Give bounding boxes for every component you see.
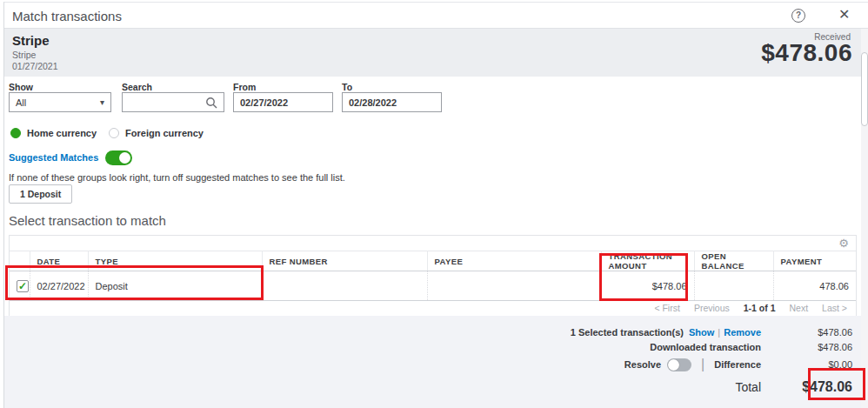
checkbox-cell: ✓ xyxy=(10,271,30,301)
downloaded-transaction-label: Downloaded transaction xyxy=(650,342,761,352)
from-date-box xyxy=(233,92,333,112)
date-cell: 02/27/2022 xyxy=(30,271,88,301)
search-box xyxy=(122,92,224,112)
pagination: < First Previous 1-1 of 1 Next Last > xyxy=(10,299,847,316)
difference-amount: $0.00 xyxy=(761,359,852,370)
foreign-currency-label: Foreign currency xyxy=(125,128,204,138)
received-amount: $478.06 xyxy=(761,39,852,67)
pagination-next[interactable]: Next xyxy=(790,303,809,313)
suggested-matches-label[interactable]: Suggested Matches xyxy=(9,152,98,163)
from-label: From xyxy=(233,82,256,92)
help-icon[interactable]: ? xyxy=(791,9,805,23)
payee-name: Stripe xyxy=(12,33,50,48)
total-amount: $478.06 xyxy=(761,379,852,395)
to-date-input[interactable] xyxy=(349,97,436,108)
type-column-header: TYPE xyxy=(88,251,262,271)
show-label: Show xyxy=(9,82,33,92)
transaction-amount-column-header: TRANSACTION AMOUNT xyxy=(601,251,694,271)
open-balance-cell xyxy=(694,271,773,301)
search-input[interactable] xyxy=(124,94,204,110)
ref-number-cell xyxy=(262,271,427,301)
suggested-matches-info: If none of these groups look right, turn… xyxy=(9,172,345,183)
show-remove-links: Show|Remove xyxy=(689,327,761,338)
checkbox-column-header xyxy=(10,251,30,271)
pagination-previous[interactable]: Previous xyxy=(694,303,730,313)
payee-column-header: PAYEE xyxy=(427,251,601,271)
show-select[interactable]: All ▾ xyxy=(9,92,111,112)
toggle-knob xyxy=(668,359,679,371)
table-row[interactable]: ✓ 02/27/2022 Deposit $478.06 478.06 xyxy=(10,271,856,301)
ref-number-column-header: REF NUMBER xyxy=(262,251,427,271)
toggle-knob xyxy=(119,152,130,164)
link-separator: | xyxy=(718,327,720,338)
payment-cell: 478.06 xyxy=(773,271,856,301)
foreign-currency-radio[interactable] xyxy=(109,128,119,138)
open-balance-column-header: OPEN BALANCE xyxy=(694,251,773,271)
downloaded-amount: $478.06 xyxy=(761,342,852,352)
payee-subname: Stripe xyxy=(12,50,36,60)
scrollbar-thumb[interactable] xyxy=(861,52,868,126)
total-row: Total $478.06 xyxy=(735,379,852,395)
date-column-header: DATE xyxy=(30,251,88,271)
dialog-header: Match transactions ? ✕ xyxy=(4,3,868,29)
total-label: Total xyxy=(735,380,761,394)
show-select-value: All xyxy=(16,97,26,108)
pagination-last[interactable]: Last > xyxy=(822,303,847,313)
remove-link[interactable]: Remove xyxy=(724,327,761,338)
transaction-amount-cell: $478.06 xyxy=(601,271,694,301)
selected-transactions-row: 1 Selected transaction(s) Show|Remove $4… xyxy=(571,327,852,338)
payee-cell xyxy=(427,271,601,301)
home-currency-radio[interactable] xyxy=(10,128,21,138)
pagination-first[interactable]: < First xyxy=(654,303,679,313)
row-checkbox[interactable]: ✓ xyxy=(17,280,29,292)
type-cell: Deposit xyxy=(88,271,262,301)
resolve-label: Resolve xyxy=(624,359,661,370)
show-link[interactable]: Show xyxy=(689,327,714,338)
difference-label: Difference xyxy=(714,359,761,370)
gear-icon[interactable]: ⚙ xyxy=(838,237,849,250)
filter-bar: Show Search From To All ▾ xyxy=(0,80,868,118)
payee-date: 01/27/2021 xyxy=(12,61,58,71)
currency-selector: Home currency Foreign currency xyxy=(10,127,216,139)
to-label: To xyxy=(342,82,352,92)
resolve-difference-row: Resolve | Difference $0.00 xyxy=(624,357,852,372)
deposit-group-button[interactable]: 1 Deposit xyxy=(9,184,72,204)
pagination-range: 1-1 of 1 xyxy=(744,303,776,313)
section-title: Select transaction to match xyxy=(9,213,166,228)
summary-section: 1 Selected transaction(s) Show|Remove $4… xyxy=(4,316,868,408)
chevron-down-icon: ▾ xyxy=(100,97,104,107)
resolve-toggle[interactable] xyxy=(667,358,691,371)
selected-transactions-label: 1 Selected transaction(s) xyxy=(571,327,684,338)
payment-column-header: PAYMENT xyxy=(773,251,856,271)
downloaded-transaction-row: Downloaded transaction $478.06 xyxy=(650,342,852,352)
search-label: Search xyxy=(122,82,152,92)
resolve-separator: | xyxy=(701,357,704,372)
close-icon[interactable]: ✕ xyxy=(838,6,850,23)
table-header-row: DATE TYPE REF NUMBER PAYEE TRANSACTION A… xyxy=(10,251,856,271)
home-currency-label: Home currency xyxy=(27,128,97,138)
suggested-matches-toggle[interactable] xyxy=(105,150,132,165)
selected-amount: $478.06 xyxy=(761,327,852,338)
from-date-input[interactable] xyxy=(240,97,327,108)
suggested-matches-row: Suggested Matches xyxy=(9,150,132,165)
transactions-table: DATE TYPE REF NUMBER PAYEE TRANSACTION A… xyxy=(10,251,856,301)
checkmark-icon: ✓ xyxy=(18,281,27,291)
to-date-box xyxy=(342,92,442,112)
dialog-title: Match transactions xyxy=(12,9,122,23)
search-icon[interactable] xyxy=(205,97,217,109)
transactions-panel: ⚙ DATE TYPE REF NUMBER PAYEE TRANSACTION… xyxy=(9,235,857,316)
payee-summary-band: Stripe Stripe 01/27/2021 Received $478.0… xyxy=(4,29,868,77)
